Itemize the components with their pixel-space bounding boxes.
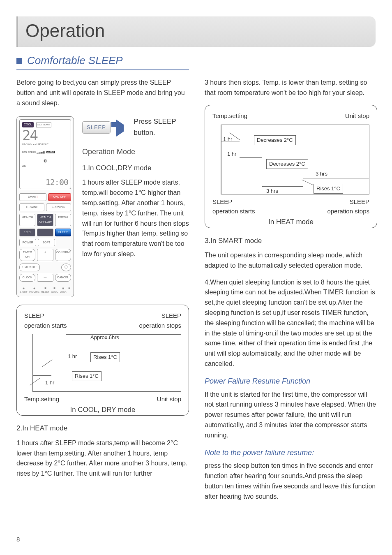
smart-button[interactable]: SMART <box>19 193 46 201</box>
heat-chart-caption: In HEAT mode <box>212 217 369 227</box>
chart-tl: SLEEP operation starts <box>24 311 67 330</box>
health-button[interactable]: HEALTH <box>19 214 35 226</box>
extra-icon: ✱ <box>68 287 70 294</box>
title-bar: Operation <box>16 16 376 47</box>
heat-h2: 1 hr <box>227 150 236 158</box>
remote-bottom-icons: ◉LIGHT ◉INQUIRE ✱RESET ✱COOL ◉LOCK ✱ <box>19 287 71 294</box>
lcd-updown: UP-DOWN ▸ ◂ LEFT-RIGHT <box>22 143 68 146</box>
chart-tr: SLEEP operation stops <box>139 311 181 330</box>
pfr-heading: Power Failure Resume Function <box>205 376 377 387</box>
right-continuation: 3 hours then stops. Temp. is lower than … <box>205 78 377 98</box>
lcd-fan-label: FAN SPEED <box>22 151 36 153</box>
inquire-icon: ◉INQUIRE <box>29 287 39 294</box>
mode4-text: 4.When quiet sleeping function is set to… <box>205 278 377 369</box>
sleep-button[interactable]: SLEEP <box>55 229 71 236</box>
heat-d1: Decreases 2°C <box>254 135 296 145</box>
square-bullet-icon <box>16 58 22 64</box>
cool-chart-axes: Approx.6hrs 1 hr Rises 1°C 1 hr Rises 1°… <box>32 334 181 392</box>
intro-text: Before going to bed,you can simply press… <box>16 78 189 108</box>
cool-chart-caption: In COOL, DRY mode <box>24 405 181 415</box>
heat-d2: Decreases 2°C <box>266 159 308 169</box>
lcd-clock: 12:00 <box>22 176 68 189</box>
cool-dry-chart: SLEEP operation starts SLEEP operation s… <box>16 305 189 416</box>
page-title: Operation <box>25 21 363 41</box>
rises2-box: Rises 1°C <box>72 371 101 381</box>
circle-button[interactable]: ◯ <box>61 264 71 271</box>
heat-chart-bl: SLEEP operation starts <box>212 197 255 216</box>
section-title: Comfortable SLEEP <box>27 54 123 67</box>
heat-h3: 3 hrs <box>316 170 327 178</box>
timer-on-button[interactable]: TIMER ON <box>19 249 35 261</box>
lock-icon: ◉LOCK <box>60 287 66 294</box>
lcd-temp: 24 <box>22 128 68 142</box>
reset-icon: ✱RESET <box>41 287 49 294</box>
lcd-auto: AUTO <box>46 151 55 153</box>
arrow-right-icon <box>116 120 124 136</box>
cool-icon: ✱COOL <box>51 287 58 294</box>
heat-r1: Rises 1°C <box>314 184 343 194</box>
swing-h-button[interactable]: ⇔ SWING <box>46 204 71 211</box>
mode1-text: 1 hours after SLEEP mode starts, temp.wi… <box>82 178 189 259</box>
right-column: 3 hours then stops. Temp. is lower than … <box>205 78 377 509</box>
plus-button[interactable]: + <box>37 249 53 261</box>
mode2-heading: 2.In HEAT mode <box>16 423 189 434</box>
note-heading: Note to the power failure resume: <box>205 447 377 459</box>
remote-side-text: SLEEP Press SLEEP button. Operation Mode… <box>82 116 189 266</box>
remote-buttons: SMART ON / OFF ⇕ SWING ⇔ SWING HEALTH HE… <box>19 193 71 294</box>
minus-button[interactable]: — <box>37 274 53 282</box>
note-text: press the sleep button ten times in five… <box>205 461 377 502</box>
confirm-button[interactable]: CONFIRM <box>55 249 71 261</box>
heat-chart-tl: Temp.setting <box>212 111 247 120</box>
power-button[interactable]: POWER <box>19 239 36 247</box>
left-column: Before going to bed,you can simply press… <box>16 78 189 509</box>
sleep-chip: SLEEP <box>82 121 111 134</box>
light-icon: ◉LIGHT <box>20 287 28 294</box>
mode3-heading: 3.In SMART mode <box>205 236 377 246</box>
chart-bl: Temp.setting <box>24 394 59 404</box>
chart-br: Unit stop <box>157 394 181 404</box>
heat-chart-br: SLEEP operation stops <box>327 197 369 216</box>
timer-off-button[interactable]: TIMER OFF <box>19 264 40 271</box>
heat-h4: 3 hrs <box>266 187 278 195</box>
rises1-box: Rises 1°C <box>90 352 120 362</box>
remote-lcd: COOL SET TEMP. 24 UP-DOWN ▸ ◂ LEFT-RIGHT… <box>19 119 71 189</box>
heat-h1: 1 hr <box>223 135 232 143</box>
pfr-text: If the unit is started for the first tim… <box>205 390 377 441</box>
mode3-text: The unit operates in corresponding sleep… <box>205 250 377 271</box>
cancel-button[interactable]: CANCEL <box>55 274 71 282</box>
soft-button[interactable]: SOFT <box>38 239 55 247</box>
tenc-button[interactable]: 10°C <box>19 229 35 236</box>
approx-label: Approx.6hrs <box>90 333 119 342</box>
blank-button[interactable] <box>37 229 53 236</box>
section-heading: Comfortable SLEEP <box>16 54 189 70</box>
health-airflow-button[interactable]: HEALTH AIRFLOW <box>37 214 53 226</box>
h2-label: 1 hr <box>45 379 54 387</box>
page-number: 8 <box>16 536 20 543</box>
remote-illustration: COOL SET TEMP. 24 UP-DOWN ▸ ◂ LEFT-RIGHT… <box>16 116 74 297</box>
mode2-text: 1 hours after SLEEP mode starts,temp wil… <box>16 438 189 479</box>
operation-mode-heading: Operation Mode <box>82 146 189 158</box>
clock-button[interactable]: CLOCK <box>19 274 35 282</box>
press-sleep-text: Press SLEEP button. <box>134 116 189 138</box>
onoff-button[interactable]: ON / OFF <box>48 193 71 201</box>
lcd-spin-icon: ◐ <box>22 157 68 164</box>
lcd-settemp-label: SET TEMP. <box>36 123 51 127</box>
heat-chart: Temp.setting Unit stop 1 hr Decreases 2°… <box>205 105 377 228</box>
heat-chart-axes: 1 hr Decreases 2°C 1 hr Decreases 2°C 3 … <box>221 125 369 194</box>
fresh-button[interactable]: FRESH <box>55 214 71 226</box>
heat-chart-tr: Unit stop <box>345 111 369 120</box>
lcd-am: AM <box>22 164 68 169</box>
mode1-heading: 1.In COOL,DRY mode <box>82 163 189 173</box>
lcd-fan-row: FAN SPEED ▂▃▅▆ AUTO <box>22 150 68 154</box>
swing-v-button[interactable]: ⇕ SWING <box>19 204 44 211</box>
h1-label: 1 hr <box>68 352 77 361</box>
